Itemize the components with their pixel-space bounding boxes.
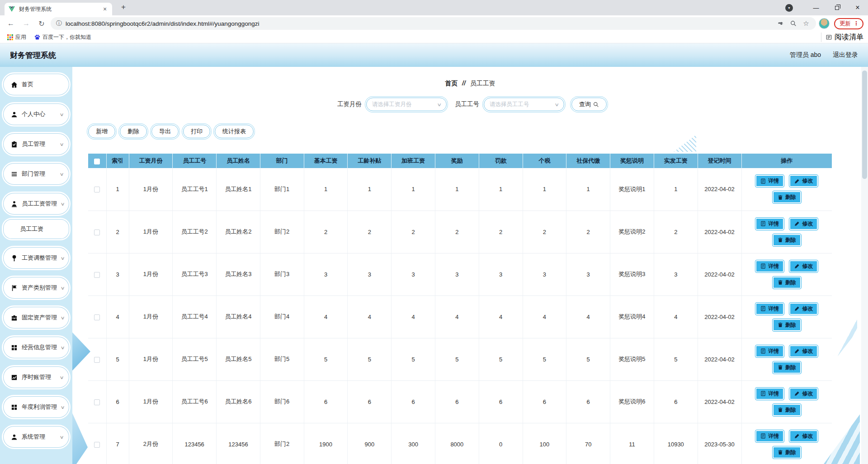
sidebar-item[interactable]: 工资调整管理 ∨ <box>4 248 69 268</box>
row-checkbox[interactable] <box>94 272 100 278</box>
table-cell: 2 <box>479 211 523 253</box>
edit-button[interactable]: 修改 <box>789 260 818 272</box>
logout-link[interactable]: 退出登录 <box>833 51 858 59</box>
remove-button[interactable]: 删除 <box>773 446 801 459</box>
actions-cell: 详情 修改 <box>741 380 832 423</box>
detail-button[interactable]: 详情 <box>755 218 784 230</box>
row-checkbox[interactable] <box>94 442 100 448</box>
apps-grid-icon <box>7 34 13 40</box>
detail-button[interactable]: 详情 <box>755 388 784 400</box>
sidebar-item[interactable]: 员工工资管理 ∨ <box>4 193 69 214</box>
employee-no-select[interactable]: 请选择员工工号 ∨ <box>484 98 564 111</box>
sidebar-item[interactable]: 经营信息管理 ∨ <box>4 337 69 358</box>
scrollbar-thumb[interactable] <box>862 70 867 179</box>
sidebar-item[interactable]: 序时账管理 ∨ <box>4 367 69 388</box>
forward-icon[interactable]: → <box>20 17 33 30</box>
apps-shortcut[interactable]: 应用 <box>5 33 29 42</box>
table-row: 2 1月份 员工工号2 员工姓名2 部门2 2 2 2 2 2 2 <box>88 211 832 253</box>
home-icon <box>11 81 18 88</box>
row-checkbox[interactable] <box>94 314 100 320</box>
update-button[interactable]: 更新 ⋮ <box>834 18 863 29</box>
zoom-icon[interactable] <box>789 20 798 27</box>
url-input[interactable]: ⓘ localhost:8080/springbootqc6r2/admin/d… <box>51 17 816 30</box>
table-cell: 123456 <box>173 423 217 464</box>
table-cell: 部门2 <box>260 423 304 464</box>
row-checkbox[interactable] <box>94 357 100 363</box>
sidebar-item[interactable]: 员工管理 ∨ <box>4 134 69 155</box>
edit-button[interactable]: 修改 <box>789 303 818 315</box>
table-cell: 部门6 <box>260 380 304 423</box>
page-scrollbar[interactable] <box>861 67 868 464</box>
print-button[interactable]: 打印 <box>183 125 210 138</box>
sidebar-item[interactable]: 资产类别管理 ∨ <box>4 277 69 298</box>
reading-list-icon <box>826 34 832 40</box>
breadcrumb-home[interactable]: 首页 <box>445 80 458 87</box>
tab-close-icon[interactable]: × <box>101 5 108 13</box>
edit-button[interactable]: 修改 <box>789 345 818 357</box>
detail-button[interactable]: 详情 <box>755 175 784 187</box>
sidebar-item[interactable]: 年度利润管理 ∨ <box>4 397 69 417</box>
pin-icon <box>11 255 18 262</box>
refresh-icon[interactable]: ↻ <box>35 17 48 30</box>
export-button[interactable]: 导出 <box>151 125 179 138</box>
table-cell: 6 <box>523 380 566 423</box>
trash-icon <box>778 237 783 243</box>
search-button[interactable]: 查询 <box>571 98 607 111</box>
table-cell: 员工工号3 <box>173 253 217 295</box>
trash-icon <box>778 280 783 285</box>
remove-button[interactable]: 删除 <box>773 234 801 246</box>
detail-button[interactable]: 详情 <box>755 260 784 272</box>
sidebar-item[interactable]: 部门管理 ∨ <box>4 164 69 184</box>
employee-no-label: 员工工号 <box>455 100 479 108</box>
user-icon <box>11 434 18 441</box>
edit-button[interactable]: 修改 <box>789 388 818 400</box>
add-button[interactable]: 新增 <box>88 125 115 138</box>
delete-button[interactable]: 删除 <box>120 125 147 138</box>
edit-button[interactable]: 修改 <box>789 175 818 187</box>
row-checkbox[interactable] <box>94 399 100 405</box>
bookmark-star-icon[interactable]: ☆ <box>802 19 811 28</box>
edit-button[interactable]: 修改 <box>789 218 818 230</box>
remove-button[interactable]: 删除 <box>773 191 801 203</box>
new-tab-button[interactable]: + <box>118 2 129 14</box>
reading-list[interactable]: 阅读清单 <box>821 33 863 42</box>
remove-button[interactable]: 删除 <box>773 361 801 374</box>
row-checkbox[interactable] <box>94 187 100 192</box>
detail-button[interactable]: 详情 <box>755 345 784 357</box>
sidebar-subitem[interactable]: 员工工资 <box>4 220 69 239</box>
edit-button[interactable]: 修改 <box>789 430 818 442</box>
remove-button[interactable]: 删除 <box>773 277 801 289</box>
trash-icon <box>778 195 783 200</box>
sidebar-item[interactable]: 系统管理 ∨ <box>4 427 69 447</box>
table-cell: 4 <box>435 295 479 338</box>
sidebar-item[interactable]: 个人中心 ∨ <box>4 104 69 125</box>
grid-icon <box>11 404 18 411</box>
browser-menu-icon[interactable]: ⋮ <box>854 20 859 27</box>
table-row: 4 1月份 员工工号4 员工姓名4 部门4 4 4 4 4 4 4 <box>88 295 832 338</box>
close-window-button[interactable]: × <box>847 0 868 15</box>
table-cell: 1月份 <box>129 168 173 211</box>
restore-button[interactable] <box>826 0 847 15</box>
table-row: 6 1月份 员工工号6 员工姓名6 部门6 6 6 6 6 6 6 <box>88 380 832 423</box>
detail-button[interactable]: 详情 <box>755 303 784 315</box>
remove-button[interactable]: 删除 <box>773 404 801 416</box>
password-key-icon[interactable] <box>776 20 785 27</box>
browser-tab[interactable]: 财务管理系统 × <box>5 3 112 15</box>
download-status-icon[interactable]: ▼ <box>785 4 793 12</box>
remove-button[interactable]: 删除 <box>773 319 801 331</box>
row-checkbox[interactable] <box>94 230 100 235</box>
column-header: 部门 <box>260 154 304 168</box>
detail-button[interactable]: 详情 <box>755 430 784 442</box>
table-cell: 2 <box>654 211 698 253</box>
sidebar-item[interactable]: 固定资产管理 ∨ <box>4 307 69 328</box>
baidu-bookmark[interactable]: 百度一下，你就知道 <box>32 33 94 42</box>
back-icon[interactable]: ← <box>5 17 17 30</box>
profile-avatar[interactable] <box>819 18 830 29</box>
site-info-icon[interactable]: ⓘ <box>56 19 62 28</box>
stripe-decoration <box>834 314 857 356</box>
minimize-button[interactable]: — <box>806 0 826 15</box>
report-button[interactable]: 统计报表 <box>215 125 254 138</box>
salary-month-select[interactable]: 请选择工资月份 ∨ <box>366 98 447 111</box>
select-all-checkbox[interactable] <box>94 159 100 164</box>
sidebar-item[interactable]: 首页 <box>4 74 69 95</box>
